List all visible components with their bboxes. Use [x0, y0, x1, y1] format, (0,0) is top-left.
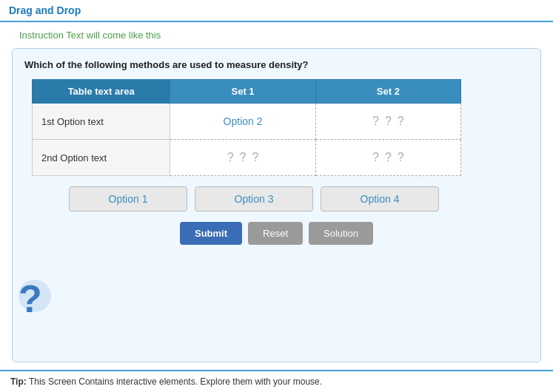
top-bar: Drag and Drop: [0, 0, 553, 22]
row1-set1-option: Option 2: [224, 115, 263, 127]
q9: ?: [398, 151, 404, 164]
q5: ?: [240, 151, 247, 164]
bottom-tip-bar: Tip: This Screen Contains interactive el…: [0, 370, 553, 392]
reset-button[interactable]: Reset: [248, 222, 303, 245]
tip-text: This Screen Contains interactive element…: [29, 376, 322, 387]
row1-set2-zone[interactable]: ? ? ?: [322, 108, 455, 135]
question-text: Which of the following methods are used …: [24, 59, 529, 70]
row1-set1-drop[interactable]: Option 2: [170, 104, 315, 140]
activity-card: ? Which of the following methods are use…: [12, 48, 541, 362]
row1-set2-drop[interactable]: ? ? ?: [315, 104, 460, 140]
submit-button[interactable]: Submit: [180, 222, 242, 245]
tip-label: Tip:: [10, 376, 27, 387]
row2-set1-drop[interactable]: ? ? ?: [170, 140, 315, 176]
col1-header: Table text area: [33, 80, 170, 104]
row2-label: 2nd Option text: [33, 140, 170, 176]
option-3-button[interactable]: Option 3: [195, 186, 313, 212]
row1-set1-zone[interactable]: Option 2: [176, 108, 309, 135]
row1-label: 1st Option text: [33, 104, 170, 140]
q2: ?: [385, 115, 392, 128]
option-1-button[interactable]: Option 1: [69, 186, 187, 212]
q3: ?: [398, 115, 404, 128]
option-4-button[interactable]: Option 4: [321, 186, 439, 212]
options-area: Option 1 Option 3 Option 4: [69, 186, 529, 212]
q6: ?: [252, 151, 258, 164]
q4: ?: [227, 151, 234, 164]
svg-text:?: ?: [19, 277, 42, 320]
col3-header: Set 2: [315, 80, 460, 104]
table-row: 1st Option text Option 2 ? ? ?: [33, 104, 461, 140]
main-content: Instruction Text will come like this ? W…: [0, 22, 553, 370]
table-row: 2nd Option text ? ? ? ? ? ?: [33, 140, 461, 176]
action-buttons: Submit Reset Solution: [24, 222, 529, 245]
row2-set2-drop[interactable]: ? ? ?: [315, 140, 460, 176]
instruction-text: Instruction Text will come like this: [19, 30, 541, 41]
row2-set1-zone[interactable]: ? ? ?: [176, 144, 309, 171]
row2-set2-zone[interactable]: ? ? ?: [322, 144, 455, 171]
drag-drop-table: Table text area Set 1 Set 2 1st Option t…: [32, 79, 461, 176]
solution-button[interactable]: Solution: [309, 222, 373, 245]
q1: ?: [372, 115, 379, 128]
col2-header: Set 1: [170, 80, 315, 104]
q7: ?: [372, 151, 379, 164]
q8: ?: [385, 151, 392, 164]
mascot: ?: [16, 277, 54, 321]
page-title: Drag and Drop: [9, 4, 81, 16]
